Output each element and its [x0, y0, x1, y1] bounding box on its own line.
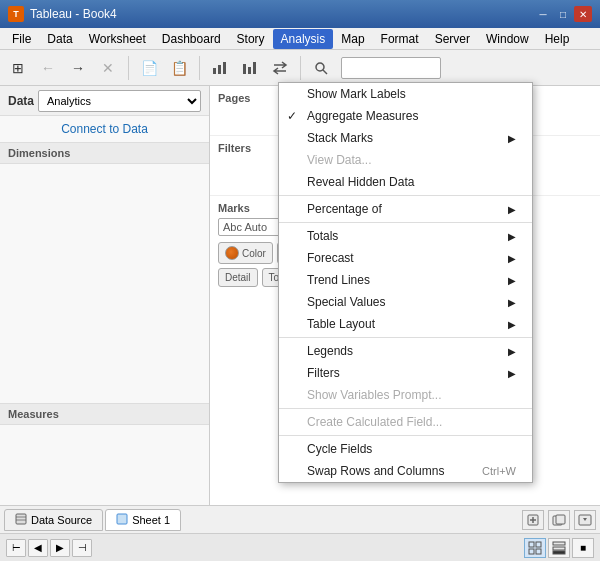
connect-to-data-link[interactable]: Connect to Data — [0, 116, 209, 142]
maximize-button[interactable]: □ — [554, 6, 572, 22]
duplicate-sheet-button[interactable] — [548, 510, 570, 530]
menu-map[interactable]: Map — [333, 29, 372, 49]
block-view-button[interactable]: ■ — [572, 538, 594, 558]
menu-bar: File Data Worksheet Dashboard Story Anal… — [0, 28, 600, 50]
add-sheet-button[interactable] — [522, 510, 544, 530]
window-title: Tableau - Book4 — [30, 7, 117, 21]
menu-format[interactable]: Format — [373, 29, 427, 49]
toolbar-search[interactable] — [307, 54, 335, 82]
svg-rect-4 — [248, 67, 251, 74]
toolbar-sep-2 — [199, 56, 200, 80]
data-source-icon — [15, 513, 27, 527]
detail-button[interactable]: Detail — [218, 268, 258, 287]
menu-worksheet[interactable]: Worksheet — [81, 29, 154, 49]
menu-item-filters[interactable]: Filters ▶ — [279, 362, 532, 384]
data-label: Data — [8, 94, 34, 108]
sheet-options-button[interactable] — [574, 510, 596, 530]
menu-file[interactable]: File — [4, 29, 39, 49]
separator-3 — [279, 337, 532, 338]
svg-rect-11 — [117, 514, 127, 524]
submenu-arrow-icon: ▶ — [508, 275, 516, 286]
sheet-icon — [116, 513, 128, 527]
view-mode-buttons: ■ — [524, 538, 594, 558]
svg-rect-19 — [529, 542, 534, 547]
analysis-dropdown-menu: Show Mark Labels ✓ Aggregate Measures St… — [278, 82, 533, 483]
left-panel: Data Analytics Connect to Data Dimension… — [0, 86, 210, 505]
svg-rect-3 — [243, 64, 246, 74]
svg-rect-22 — [536, 549, 541, 554]
menu-item-cycle-fields[interactable]: Cycle Fields — [279, 438, 532, 460]
nav-prev-button[interactable]: ◀ — [28, 539, 48, 557]
toolbar-back: ← — [34, 54, 62, 82]
svg-rect-24 — [553, 547, 565, 550]
submenu-arrow-icon: ▶ — [508, 204, 516, 215]
color-button[interactable]: Color — [218, 242, 273, 264]
toolbar-bar-chart[interactable] — [206, 54, 234, 82]
list-view-button[interactable] — [548, 538, 570, 558]
svg-rect-0 — [213, 68, 216, 74]
toolbar-duplicate[interactable]: 📋 — [165, 54, 193, 82]
svg-rect-25 — [553, 551, 565, 554]
menu-item-show-mark-labels[interactable]: Show Mark Labels — [279, 83, 532, 105]
submenu-arrow-icon: ▶ — [508, 368, 516, 379]
svg-rect-20 — [536, 542, 541, 547]
menu-item-trend-lines[interactable]: Trend Lines ▶ — [279, 269, 532, 291]
app-icon: T — [8, 6, 24, 22]
menu-help[interactable]: Help — [537, 29, 578, 49]
submenu-arrow-icon: ▶ — [508, 133, 516, 144]
grid-view-button[interactable] — [524, 538, 546, 558]
svg-rect-21 — [529, 549, 534, 554]
menu-item-stack-marks[interactable]: Stack Marks ▶ — [279, 127, 532, 149]
toolbar-forward[interactable]: → — [64, 54, 92, 82]
svg-rect-23 — [553, 542, 565, 545]
menu-analysis[interactable]: Analysis — [273, 29, 334, 49]
toolbar-chart2[interactable] — [236, 54, 264, 82]
menu-item-swap-rows-and-columns[interactable]: Swap Rows and Columns Ctrl+W — [279, 460, 532, 482]
nav-first-button[interactable]: ⊢ — [6, 539, 26, 557]
close-button[interactable]: ✕ — [574, 6, 592, 22]
search-input[interactable] — [341, 57, 441, 79]
menu-item-reveal-hidden-data[interactable]: Reveal Hidden Data — [279, 171, 532, 193]
title-bar: T Tableau - Book4 ─ □ ✕ — [0, 0, 600, 28]
measures-header: Measures — [0, 403, 209, 425]
menu-item-legends[interactable]: Legends ▶ — [279, 340, 532, 362]
toolbar-new-sheet[interactable]: 📄 — [135, 54, 163, 82]
menu-item-show-variables-prompt: Show Variables Prompt... — [279, 384, 532, 406]
menu-item-special-values[interactable]: Special Values ▶ — [279, 291, 532, 313]
menu-server[interactable]: Server — [427, 29, 478, 49]
analytics-select[interactable]: Analytics — [38, 90, 201, 112]
menu-item-percentage-of[interactable]: Percentage of ▶ — [279, 198, 532, 220]
toolbar-stop: ✕ — [94, 54, 122, 82]
separator-5 — [279, 435, 532, 436]
toolbar-undo[interactable]: ⊞ — [4, 54, 32, 82]
data-source-tab[interactable]: Data Source — [4, 509, 103, 531]
menu-window[interactable]: Window — [478, 29, 537, 49]
sheet1-tab[interactable]: Sheet 1 — [105, 509, 181, 531]
menu-story[interactable]: Story — [229, 29, 273, 49]
separator-4 — [279, 408, 532, 409]
menu-item-table-layout[interactable]: Table Layout ▶ — [279, 313, 532, 335]
page-navigation: ⊢ ◀ ▶ ⊣ — [6, 539, 92, 557]
toolbar-swap[interactable] — [266, 54, 294, 82]
checkmark-icon: ✓ — [287, 109, 297, 123]
menu-item-aggregate-measures[interactable]: ✓ Aggregate Measures — [279, 105, 532, 127]
svg-rect-8 — [16, 514, 26, 524]
panel-header: Data Analytics — [0, 86, 209, 116]
toolbar-sep-1 — [128, 56, 129, 80]
separator-2 — [279, 222, 532, 223]
svg-rect-2 — [223, 62, 226, 74]
separator-1 — [279, 195, 532, 196]
minimize-button[interactable]: ─ — [534, 6, 552, 22]
nav-next-button[interactable]: ▶ — [50, 539, 70, 557]
tab-actions — [522, 510, 596, 530]
nav-last-button[interactable]: ⊣ — [72, 539, 92, 557]
toolbar-sep-3 — [300, 56, 301, 80]
menu-data[interactable]: Data — [39, 29, 80, 49]
menu-item-forecast[interactable]: Forecast ▶ — [279, 247, 532, 269]
measures-area — [0, 425, 209, 505]
dimensions-header: Dimensions — [0, 142, 209, 164]
menu-dashboard[interactable]: Dashboard — [154, 29, 229, 49]
submenu-arrow-icon: ▶ — [508, 346, 516, 357]
svg-rect-5 — [253, 62, 256, 74]
menu-item-totals[interactable]: Totals ▶ — [279, 225, 532, 247]
